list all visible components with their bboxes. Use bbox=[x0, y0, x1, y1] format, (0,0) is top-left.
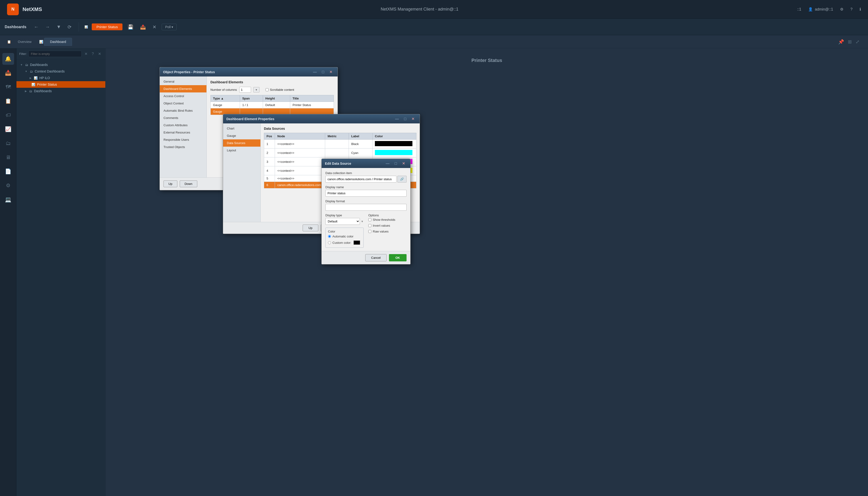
ok-button[interactable]: OK bbox=[389, 254, 407, 261]
custom-color-radio[interactable] bbox=[328, 241, 331, 244]
dropdown-arrow-icon: ▼ bbox=[361, 220, 364, 223]
tabbar: 📋 Overview 📊 Dashboard 📌 ⊞ ⤢ bbox=[0, 35, 868, 48]
nav-ext-resources[interactable]: External Resources bbox=[160, 129, 206, 136]
dci-input[interactable] bbox=[326, 176, 396, 183]
raw-values-checkbox[interactable] bbox=[368, 230, 372, 233]
dci-browse-button[interactable]: 🔗 bbox=[397, 176, 407, 183]
active-item-button[interactable]: Printer Status bbox=[92, 24, 123, 30]
cancel-button[interactable]: Cancel bbox=[365, 254, 386, 261]
tree-item-context-dashboards[interactable]: ▼ 🗂 Context Dashboards bbox=[16, 68, 105, 75]
up-button[interactable]: Up bbox=[163, 181, 177, 187]
panel-title: Dashboards bbox=[5, 25, 26, 29]
display-name-input[interactable] bbox=[326, 190, 407, 197]
display-type-label: Display type bbox=[326, 214, 364, 217]
tree-item-dashboards-root[interactable]: ▼ 🗂 Dashboards bbox=[16, 61, 105, 68]
sidebar-icon-inbox[interactable]: 📥 bbox=[2, 67, 14, 79]
nav-dashboard-elements[interactable]: Dashboard Elements bbox=[160, 85, 206, 92]
invert-values-checkbox[interactable] bbox=[368, 224, 372, 227]
sidebar-icon-table[interactable]: 📋 bbox=[2, 95, 14, 107]
obj-props-close[interactable]: ✕ bbox=[328, 69, 334, 75]
tree-item-dashboards-sub[interactable]: ▶ 🗂 Dashboards bbox=[16, 88, 105, 94]
nav-comments[interactable]: Comments bbox=[160, 114, 206, 122]
nav-access-control[interactable]: Access Control bbox=[160, 92, 206, 100]
dash-elem-maximize[interactable]: □ bbox=[402, 116, 408, 122]
nav-responsible[interactable]: Responsible Users bbox=[160, 136, 206, 143]
tree-toggle-dashboards-sub[interactable]: ▶ bbox=[25, 90, 27, 93]
filter-apply-button[interactable]: ✕ bbox=[97, 51, 102, 57]
filter-help-button[interactable]: ? bbox=[90, 51, 95, 57]
export-button[interactable]: 📤 bbox=[139, 23, 147, 31]
num-columns-input[interactable] bbox=[239, 87, 251, 93]
nav-layout[interactable]: Layout bbox=[223, 146, 261, 154]
refresh-button[interactable]: ⟳ bbox=[66, 23, 73, 31]
save-button[interactable]: 💾 bbox=[126, 23, 135, 31]
sidebar-icon-map[interactable]: 🗺 bbox=[2, 81, 14, 93]
dash-elem-section-title: Data Sources bbox=[264, 127, 416, 130]
col-type: Type ▲ bbox=[211, 95, 240, 102]
edit-ds-maximize[interactable]: □ bbox=[393, 161, 399, 166]
display-format-input[interactable] bbox=[326, 204, 407, 211]
poll-button[interactable]: Poll ▾ bbox=[162, 24, 177, 30]
table-row[interactable]: Gauge 1 / 1 Default Printer Status bbox=[211, 102, 334, 108]
obj-props-titlebar: Object Properties - Printer Status — □ ✕ bbox=[160, 67, 337, 77]
down-button[interactable]: Down bbox=[180, 181, 197, 187]
help-icon[interactable]: ? bbox=[850, 7, 853, 12]
tree-item-hp-ilo[interactable]: ▶ 📊 HP iLO bbox=[16, 75, 105, 81]
filter-clear-button[interactable]: ✕ bbox=[83, 51, 89, 57]
cell-title: Printer Status bbox=[290, 102, 334, 108]
sidebar-icon-terminal[interactable]: 💻 bbox=[2, 194, 14, 205]
tree-item-printer-status[interactable]: 📊 Printer Status bbox=[16, 81, 105, 88]
col-height: Height bbox=[263, 95, 290, 102]
ds-row-1[interactable]: 1 <<context>> Black bbox=[264, 140, 416, 149]
edit-ds-btn-row: Cancel OK bbox=[322, 251, 410, 264]
edit-ds-minimize[interactable]: — bbox=[384, 161, 391, 166]
obj-props-minimize[interactable]: — bbox=[311, 69, 319, 75]
nav-chart[interactable]: Chart bbox=[223, 125, 261, 132]
pin-button[interactable]: 📌 bbox=[837, 37, 846, 46]
dash-elem-close[interactable]: ✕ bbox=[410, 116, 416, 122]
sidebar-icon-bell[interactable]: 🔔 bbox=[2, 53, 14, 65]
ds-row-2[interactable]: 2 <<context>> Cyan bbox=[264, 149, 416, 157]
sidebar-icon-tag[interactable]: 🏷 bbox=[2, 109, 14, 121]
info-icon[interactable]: ℹ bbox=[859, 7, 861, 12]
nav-custom-attrs[interactable]: Custom Attributes bbox=[160, 122, 206, 129]
back-button[interactable]: ← bbox=[32, 23, 40, 31]
filter-input[interactable] bbox=[28, 51, 82, 57]
tab-dashboard[interactable]: Dashboard bbox=[44, 38, 72, 46]
ds-up-button[interactable]: Up bbox=[303, 224, 318, 231]
sidebar-icon-clipboard[interactable]: 📄 bbox=[2, 166, 14, 177]
add-column-button[interactable]: + bbox=[253, 87, 259, 92]
forward-button[interactable]: → bbox=[44, 23, 51, 31]
obj-props-maximize[interactable]: □ bbox=[320, 69, 326, 75]
sidebar-icon-layers[interactable]: 🗂 bbox=[2, 138, 14, 149]
show-thresholds-checkbox[interactable] bbox=[368, 218, 372, 221]
nav-object-context[interactable]: Object Context bbox=[160, 100, 206, 107]
nav-trusted[interactable]: Trusted Objects bbox=[160, 143, 206, 151]
nav-gauge[interactable]: Gauge bbox=[223, 132, 261, 139]
settings-icon[interactable]: ⚙ bbox=[840, 7, 843, 12]
scrollable-checkbox[interactable] bbox=[266, 88, 269, 91]
edit-ds-close[interactable]: ✕ bbox=[400, 161, 407, 166]
ds-label-1: Black bbox=[349, 140, 373, 149]
tab-overview[interactable]: Overview bbox=[12, 38, 37, 46]
automatic-color-radio[interactable] bbox=[328, 235, 331, 238]
sidebar-icon-monitor[interactable]: 🖥 bbox=[2, 152, 14, 163]
nav-data-sources[interactable]: Data Sources bbox=[223, 139, 261, 146]
nav-general[interactable]: General bbox=[160, 78, 206, 85]
ds-pos-1: 1 bbox=[264, 140, 275, 149]
ds-metric-2 bbox=[325, 149, 349, 157]
maximize-button[interactable]: ⤢ bbox=[854, 37, 861, 46]
sidebar-icon-chart[interactable]: 📈 bbox=[2, 123, 14, 135]
tree-toggle-dashboards[interactable]: ▼ bbox=[20, 63, 23, 66]
nav-auto-bind[interactable]: Automatic Bind Rules bbox=[160, 107, 206, 114]
sidebar-icon-gear[interactable]: ⚙ bbox=[2, 180, 14, 191]
dash-elem-minimize[interactable]: — bbox=[393, 116, 401, 122]
detach-button[interactable]: ⊞ bbox=[847, 37, 853, 46]
tree-toggle-context[interactable]: ▼ bbox=[25, 70, 28, 73]
tree-toggle-hp[interactable]: ▶ bbox=[30, 77, 31, 79]
filter-button[interactable]: ▼ bbox=[55, 23, 62, 31]
custom-color-swatch[interactable] bbox=[353, 241, 360, 245]
display-type-select[interactable]: Default Line Bar Area bbox=[326, 218, 360, 225]
close-item-button[interactable]: ✕ bbox=[151, 23, 158, 31]
custom-color-label: Custom color: bbox=[328, 241, 361, 245]
